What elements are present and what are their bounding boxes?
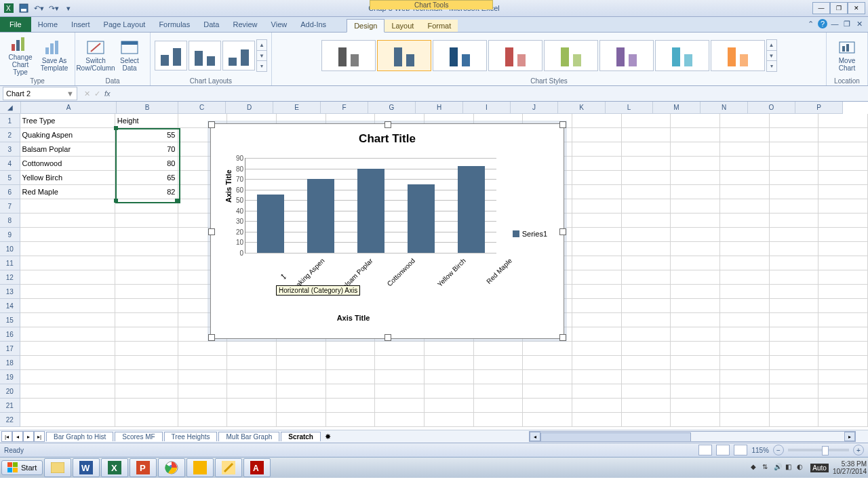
cell[interactable] [115,256,178,270]
cell[interactable] [20,285,115,299]
cell[interactable] [425,384,474,399]
cell[interactable] [818,114,868,128]
cell[interactable] [671,157,720,171]
row-header[interactable]: 21 [0,399,20,413]
cell[interactable] [622,342,671,356]
zoom-level[interactable]: 115% [751,447,769,454]
column-header[interactable]: I [463,102,511,114]
row-header[interactable]: 13 [0,285,20,299]
cell[interactable] [277,413,326,427]
cell[interactable] [818,128,868,142]
cell[interactable]: Balsam Poplar [20,142,115,157]
cell[interactable] [818,299,868,313]
cell[interactable]: Yellow Birch [20,171,115,185]
row-header[interactable]: 3 [0,142,20,157]
cell[interactable] [227,356,277,370]
cell[interactable] [671,384,720,399]
chart-bar[interactable] [357,169,384,253]
sheet-tab[interactable]: Scores MF [115,432,162,441]
cell[interactable] [818,313,868,327]
cell[interactable] [720,285,770,299]
cell[interactable] [474,370,524,384]
cell[interactable] [326,370,376,384]
taskbar-word[interactable]: W [73,458,100,477]
cell[interactable] [818,327,868,342]
taskbar-excel[interactable]: X [101,458,128,477]
cell[interactable] [770,128,819,142]
sheet-tab[interactable]: Bar Graph to Hist [46,432,113,441]
cell[interactable] [818,342,868,356]
cell[interactable] [227,384,277,399]
selection-handle-top[interactable] [114,126,118,130]
tab-review[interactable]: Review [226,17,264,32]
minimize-button[interactable]: — [812,2,830,14]
cell[interactable] [20,270,115,285]
cell[interactable] [770,214,819,228]
column-header[interactable]: N [701,102,748,114]
chart-style-3[interactable] [433,40,487,71]
chart-layout-2[interactable] [189,41,221,70]
cell[interactable] [277,370,326,384]
cell[interactable] [227,413,277,427]
cell[interactable] [818,214,868,228]
row-header[interactable]: 18 [0,356,20,370]
cell[interactable] [622,327,671,342]
tray-auto-badge[interactable]: Auto [810,464,829,472]
row-header[interactable]: 4 [0,157,20,171]
cell[interactable] [572,342,622,356]
chart-style-2[interactable] [377,40,431,71]
cell[interactable] [622,157,671,171]
cell[interactable]: Height [115,114,178,128]
cell[interactable] [671,342,720,356]
row-header[interactable]: 16 [0,327,20,342]
cell[interactable] [375,356,425,370]
row-header[interactable]: 12 [0,270,20,285]
chart-resize-handle[interactable] [208,334,215,341]
workbook-close-icon[interactable]: ✕ [854,19,864,28]
cell[interactable] [622,114,671,128]
cell[interactable] [523,384,572,399]
cell[interactable] [770,157,819,171]
name-box[interactable]: Chart 2▼ [3,87,77,100]
cell[interactable] [178,356,228,370]
cell[interactable] [20,256,115,270]
cell[interactable] [572,270,622,285]
cell[interactable] [572,370,622,384]
cell[interactable] [572,256,622,270]
cell[interactable] [720,299,770,313]
tray-icon[interactable]: ◐ [797,463,806,472]
cell[interactable] [115,313,178,327]
cell[interactable] [671,285,720,299]
column-header[interactable]: J [511,102,558,114]
cell[interactable] [671,171,720,185]
row-header[interactable]: 17 [0,342,20,356]
tab-addins[interactable]: Add-Ins [294,17,333,32]
cell[interactable] [572,185,622,199]
cell[interactable] [818,384,868,399]
cell[interactable] [178,370,228,384]
tray-network-icon[interactable]: ⇅ [762,463,772,472]
cell[interactable] [572,171,622,185]
cell[interactable] [572,114,622,128]
cell[interactable] [227,342,277,356]
cell[interactable] [375,342,425,356]
cell[interactable] [818,413,868,427]
cell[interactable] [572,285,622,299]
column-header[interactable]: H [416,102,463,114]
row-header[interactable]: 19 [0,370,20,384]
cell[interactable] [770,413,819,427]
cell[interactable] [720,214,770,228]
cell[interactable] [720,313,770,327]
cell[interactable] [326,399,376,413]
cell[interactable] [425,356,474,370]
cell[interactable] [115,299,178,313]
cell[interactable]: Quaking Aspen [20,128,115,142]
cell[interactable] [720,384,770,399]
cell[interactable] [770,185,819,199]
cell[interactable] [671,214,720,228]
cell[interactable] [720,342,770,356]
cell[interactable] [818,185,868,199]
cell[interactable] [115,342,178,356]
column-header[interactable]: K [558,102,606,114]
cell[interactable] [20,313,115,327]
